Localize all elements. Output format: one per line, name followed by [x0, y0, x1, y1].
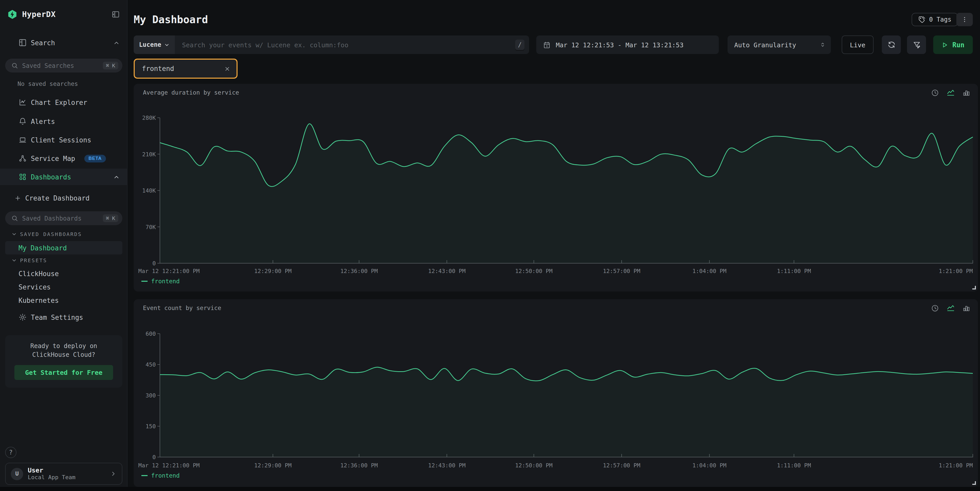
saved-dashboards-section-header[interactable]: SAVED DASHBOARDS	[11, 231, 82, 237]
create-dashboard-button[interactable]: Create Dashboard	[0, 191, 127, 205]
tag-icon	[918, 16, 926, 23]
create-dashboard-label: Create Dashboard	[25, 194, 89, 202]
svg-text:1:11:00 PM: 1:11:00 PM	[777, 462, 811, 469]
get-started-button[interactable]: Get Started for Free	[14, 365, 113, 380]
avatar: U	[11, 467, 23, 480]
dashboard-menu-button[interactable]	[956, 13, 973, 26]
no-saved-searches-text: No saved searches	[18, 80, 78, 87]
svg-text:1:04:00 PM: 1:04:00 PM	[692, 268, 726, 274]
chevron-up-icon	[113, 173, 120, 180]
svg-text:600: 600	[145, 331, 156, 337]
saved-dashboards-input[interactable]: Saved Dashboards ⌘ K	[5, 211, 123, 225]
search-input[interactable]: Search your events w/ Lucene ex. column:…	[175, 41, 515, 49]
resize-grip[interactable]	[972, 481, 976, 485]
sidebar-item-chart-explorer[interactable]: Chart Explorer	[0, 95, 127, 110]
event-count-chart[interactable]: 6004503001500Mar 12 12:21:00 PM12:29:00 …	[134, 299, 978, 487]
logo-row: HyperDX	[0, 7, 127, 22]
chart-line-icon	[19, 98, 27, 106]
svg-text:210K: 210K	[142, 151, 156, 157]
close-icon[interactable]	[224, 65, 230, 72]
granularity-value: Auto Granularity	[734, 41, 796, 49]
question-mark-icon: ?	[9, 449, 13, 456]
shortcut-badge: ⌘ K	[103, 62, 118, 69]
svg-text:12:57:00 PM: 12:57:00 PM	[603, 462, 640, 469]
sidebar-item-label: Alerts	[31, 118, 55, 125]
section-label: SAVED DASHBOARDS	[20, 231, 82, 237]
sidebar: HyperDX Search Saved Searches ⌘ K No sav…	[0, 0, 127, 487]
chevron-right-icon	[110, 470, 117, 477]
live-button[interactable]: Live	[842, 35, 873, 54]
sidebar-item-kubernetes[interactable]: Kubernetes	[5, 294, 123, 307]
sidebar-item-team-settings[interactable]: Team Settings	[0, 310, 127, 324]
calendar-icon	[543, 41, 550, 49]
kebab-icon	[961, 16, 968, 23]
svg-text:Mar 12 12:21:00 PM: Mar 12 12:21:00 PM	[138, 462, 199, 469]
event-search-bar[interactable]: Lucene Search your events w/ Lucene ex. …	[134, 35, 529, 54]
chevron-down-icon	[11, 257, 17, 263]
bell-icon	[19, 117, 27, 126]
preset-name: ClickHouse	[19, 270, 59, 277]
tags-button[interactable]: 0 Tags	[912, 13, 958, 26]
slash-shortcut-key: /	[515, 40, 525, 50]
date-range-value: Mar 12 12:21:53 - Mar 12 13:21:53	[556, 41, 684, 49]
user-menu[interactable]: U User Local App Team	[5, 463, 123, 485]
preset-name: Services	[19, 283, 51, 291]
sidebar-item-dashboards[interactable]: Dashboards	[0, 168, 127, 185]
filter-chip-label: frontend	[142, 65, 224, 73]
play-icon	[942, 41, 948, 48]
plus-icon	[14, 195, 21, 201]
sidebar-collapse-icon[interactable]	[111, 10, 120, 19]
gear-icon	[19, 313, 27, 321]
brand-name: HyperDX	[22, 10, 56, 19]
svg-text:0: 0	[153, 260, 156, 267]
svg-text:1:04:00 PM: 1:04:00 PM	[692, 462, 726, 469]
svg-text:140K: 140K	[142, 188, 156, 194]
svg-text:12:43:00 PM: 12:43:00 PM	[428, 268, 466, 274]
user-name: User	[28, 466, 105, 474]
sidebar-item-services[interactable]: Services	[5, 280, 123, 294]
svg-text:12:50:00 PM: 12:50:00 PM	[515, 462, 553, 469]
saved-searches-input[interactable]: Saved Searches ⌘ K	[5, 59, 123, 73]
svg-text:150: 150	[145, 423, 156, 429]
help-button[interactable]: ?	[5, 447, 16, 458]
presets-section-header[interactable]: PRESETS	[11, 257, 47, 263]
sidebar-item-label: Chart Explorer	[31, 99, 87, 106]
svg-text:12:29:00 PM: 12:29:00 PM	[254, 462, 292, 469]
shortcut-badge: ⌘ K	[103, 215, 118, 222]
page-title: My Dashboard	[134, 13, 208, 26]
filter-button[interactable]	[907, 35, 926, 54]
svg-text:12:50:00 PM: 12:50:00 PM	[515, 268, 553, 274]
svg-text:12:36:00 PM: 12:36:00 PM	[340, 462, 378, 469]
search-icon	[11, 62, 18, 69]
sidebar-item-client-sessions[interactable]: Client Sessions	[0, 133, 127, 147]
dashboards-grid-icon	[19, 173, 27, 181]
refresh-icon	[887, 41, 896, 49]
sidebar-item-label: Client Sessions	[31, 136, 91, 144]
select-updown-icon	[819, 41, 826, 48]
granularity-select[interactable]: Auto Granularity	[727, 35, 831, 54]
svg-text:280K: 280K	[142, 114, 156, 121]
run-button[interactable]: Run	[933, 35, 973, 54]
query-toolbar: Lucene Search your events w/ Lucene ex. …	[0, 35, 980, 54]
svg-text:70K: 70K	[145, 224, 156, 230]
duration-chart[interactable]: 280K210K140K70K0Mar 12 12:21:00 PM12:29:…	[134, 84, 978, 291]
chevron-down-icon	[11, 231, 17, 237]
filter-chip-frontend[interactable]: frontend	[134, 59, 237, 79]
sidebar-item-alerts[interactable]: Alerts	[0, 114, 127, 129]
svg-text:12:43:00 PM: 12:43:00 PM	[428, 462, 466, 469]
svg-text:300: 300	[145, 392, 156, 399]
resize-grip[interactable]	[972, 286, 976, 289]
user-team: Local App Team	[28, 474, 105, 481]
svg-text:12:29:00 PM: 12:29:00 PM	[254, 268, 292, 274]
sidebar-item-service-map[interactable]: Service Map BETA	[0, 151, 127, 165]
tags-label: 0 Tags	[929, 16, 951, 23]
date-range-picker[interactable]: Mar 12 12:21:53 - Mar 12 13:21:53	[536, 35, 719, 54]
svg-text:frontend: frontend	[151, 472, 180, 479]
svg-text:Mar 12 12:21:00 PM: Mar 12 12:21:00 PM	[138, 268, 199, 274]
language-select[interactable]: Lucene	[134, 35, 175, 54]
sidebar-item-my-dashboard[interactable]: My Dashboard	[5, 241, 123, 254]
svg-text:1:21:00 PM: 1:21:00 PM	[939, 268, 973, 274]
sidebar-item-clickhouse[interactable]: ClickHouse	[5, 267, 123, 280]
refresh-button[interactable]	[882, 35, 901, 54]
filter-edit-icon	[912, 41, 921, 49]
